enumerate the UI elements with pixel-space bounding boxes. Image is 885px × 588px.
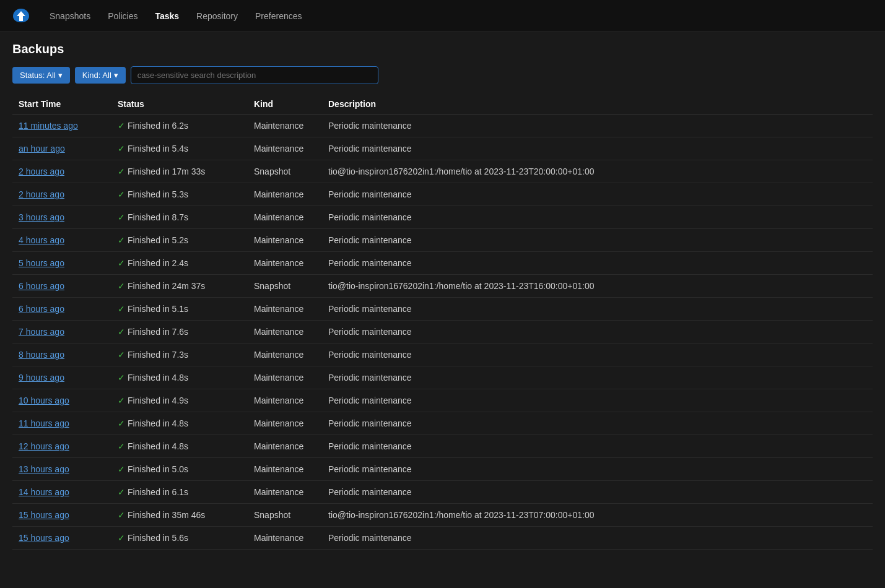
start-time-link[interactable]: 7 hours ago xyxy=(19,327,64,337)
table-row: 5 hours ago✓Finished in 2.4sMaintenanceP… xyxy=(12,252,873,275)
table-row: 6 hours ago✓Finished in 5.1sMaintenanceP… xyxy=(12,298,873,321)
status-cell: ✓Finished in 8.7s xyxy=(118,212,242,222)
description-cell: Periodic maintenance xyxy=(322,481,873,504)
status-filter-button[interactable]: Status: All ▾ xyxy=(12,67,70,84)
table-row: 3 hours ago✓Finished in 8.7sMaintenanceP… xyxy=(12,206,873,229)
table-row: 8 hours ago✓Finished in 7.3sMaintenanceP… xyxy=(12,344,873,366)
check-icon: ✓ xyxy=(118,304,125,314)
status-cell: ✓Finished in 4.8s xyxy=(118,441,242,451)
kind-cell: Snapshot xyxy=(248,275,322,298)
start-time-link[interactable]: 5 hours ago xyxy=(19,258,64,268)
kind-cell: Maintenance xyxy=(248,321,322,344)
description-cell: Periodic maintenance xyxy=(322,344,873,366)
status-text: Finished in 5.6s xyxy=(128,533,188,543)
check-icon: ✓ xyxy=(118,373,125,383)
status-text: Finished in 4.8s xyxy=(128,441,188,451)
check-icon: ✓ xyxy=(118,533,125,543)
status-text: Finished in 17m 33s xyxy=(128,166,205,176)
kind-cell: Maintenance xyxy=(248,298,322,321)
main-content: Backups Status: All ▾ Kind: All ▾ Start … xyxy=(0,32,885,588)
start-time-link[interactable]: 13 hours ago xyxy=(19,464,69,474)
page-title: Backups xyxy=(12,42,873,56)
status-cell: ✓Finished in 35m 46s xyxy=(118,510,242,520)
kind-cell: Maintenance xyxy=(248,458,322,481)
start-time-link[interactable]: 10 hours ago xyxy=(19,396,69,405)
status-text: Finished in 24m 37s xyxy=(128,281,205,291)
status-cell: ✓Finished in 5.6s xyxy=(118,533,242,543)
status-cell: ✓Finished in 17m 33s xyxy=(118,166,242,176)
start-time-link[interactable]: an hour ago xyxy=(19,144,65,153)
status-cell: ✓Finished in 7.6s xyxy=(118,327,242,337)
start-time-link[interactable]: 15 hours ago xyxy=(19,510,69,520)
description-cell: Periodic maintenance xyxy=(322,366,873,389)
kind-cell: Maintenance xyxy=(248,229,322,252)
check-icon: ✓ xyxy=(118,212,125,222)
status-cell: ✓Finished in 24m 37s xyxy=(118,281,242,291)
start-time-link[interactable]: 15 hours ago xyxy=(19,533,69,543)
check-icon: ✓ xyxy=(118,418,125,428)
table-row: 10 hours ago✓Finished in 4.9sMaintenance… xyxy=(12,389,873,412)
table-row: 7 hours ago✓Finished in 7.6sMaintenanceP… xyxy=(12,321,873,344)
table-row: 6 hours ago✓Finished in 24m 37sSnapshott… xyxy=(12,275,873,298)
status-cell: ✓Finished in 5.3s xyxy=(118,189,242,199)
kind-cell: Maintenance xyxy=(248,412,322,435)
description-cell: Periodic maintenance xyxy=(322,229,873,252)
kind-cell: Maintenance xyxy=(248,115,322,137)
description-cell: tio@tio-inspiron1676202in1:/home/tio at … xyxy=(322,160,873,183)
status-text: Finished in 4.8s xyxy=(128,373,188,383)
status-text: Finished in 7.6s xyxy=(128,327,188,337)
description-cell: tio@tio-inspiron1676202in1:/home/tio at … xyxy=(322,275,873,298)
start-time-link[interactable]: 3 hours ago xyxy=(19,212,64,222)
start-time-link[interactable]: 6 hours ago xyxy=(19,304,64,314)
description-cell: Periodic maintenance xyxy=(322,298,873,321)
status-cell: ✓Finished in 5.0s xyxy=(118,464,242,474)
nav-snapshots[interactable]: Snapshots xyxy=(42,7,98,25)
search-input[interactable] xyxy=(131,66,378,84)
status-text: Finished in 5.0s xyxy=(128,464,188,474)
status-text: Finished in 4.8s xyxy=(128,418,188,428)
start-time-link[interactable]: 9 hours ago xyxy=(19,373,64,383)
status-text: Finished in 5.1s xyxy=(128,304,188,314)
start-time-link[interactable]: 2 hours ago xyxy=(19,189,64,199)
status-chevron-icon: ▾ xyxy=(58,71,63,80)
status-text: Finished in 5.2s xyxy=(128,235,188,245)
description-cell: Periodic maintenance xyxy=(322,389,873,412)
status-text: Finished in 5.3s xyxy=(128,189,188,199)
start-time-link[interactable]: 4 hours ago xyxy=(19,235,64,245)
nav-preferences[interactable]: Preferences xyxy=(248,7,309,25)
start-time-link[interactable]: 6 hours ago xyxy=(19,281,64,291)
table-row: 9 hours ago✓Finished in 4.8sMaintenanceP… xyxy=(12,366,873,389)
start-time-link[interactable]: 8 hours ago xyxy=(19,350,64,360)
status-cell: ✓Finished in 6.1s xyxy=(118,487,242,497)
nav-policies[interactable]: Policies xyxy=(100,7,145,25)
kind-filter-button[interactable]: Kind: All ▾ xyxy=(75,67,126,84)
nav-tasks[interactable]: Tasks xyxy=(147,7,186,25)
check-icon: ✓ xyxy=(118,121,125,131)
table-row: 2 hours ago✓Finished in 17m 33sSnapshott… xyxy=(12,160,873,183)
start-time-link[interactable]: 12 hours ago xyxy=(19,441,69,451)
description-cell: Periodic maintenance xyxy=(322,527,873,550)
status-cell: ✓Finished in 7.3s xyxy=(118,350,242,360)
status-cell: ✓Finished in 5.1s xyxy=(118,304,242,314)
start-time-link[interactable]: 11 minutes ago xyxy=(19,121,78,131)
col-header-kind: Kind xyxy=(248,94,322,115)
status-cell: ✓Finished in 5.4s xyxy=(118,144,242,153)
tasks-table: Start Time Status Kind Description 11 mi… xyxy=(12,94,873,550)
kind-cell: Maintenance xyxy=(248,389,322,412)
start-time-link[interactable]: 11 hours ago xyxy=(19,418,69,428)
status-filter-label: Status: All xyxy=(20,71,56,80)
start-time-link[interactable]: 14 hours ago xyxy=(19,487,69,497)
check-icon: ✓ xyxy=(118,396,125,405)
kind-cell: Maintenance xyxy=(248,366,322,389)
table-row: 11 minutes ago✓Finished in 6.2sMaintenan… xyxy=(12,115,873,137)
nav-repository[interactable]: Repository xyxy=(189,7,245,25)
status-cell: ✓Finished in 5.2s xyxy=(118,235,242,245)
check-icon: ✓ xyxy=(118,235,125,245)
table-header-row: Start Time Status Kind Description xyxy=(12,94,873,115)
status-text: Finished in 8.7s xyxy=(128,212,188,222)
status-text: Finished in 6.2s xyxy=(128,121,188,131)
tasks-table-container: Start Time Status Kind Description 11 mi… xyxy=(12,94,873,583)
table-row: 14 hours ago✓Finished in 6.1sMaintenance… xyxy=(12,481,873,504)
start-time-link[interactable]: 2 hours ago xyxy=(19,166,64,176)
status-cell: ✓Finished in 4.8s xyxy=(118,373,242,383)
